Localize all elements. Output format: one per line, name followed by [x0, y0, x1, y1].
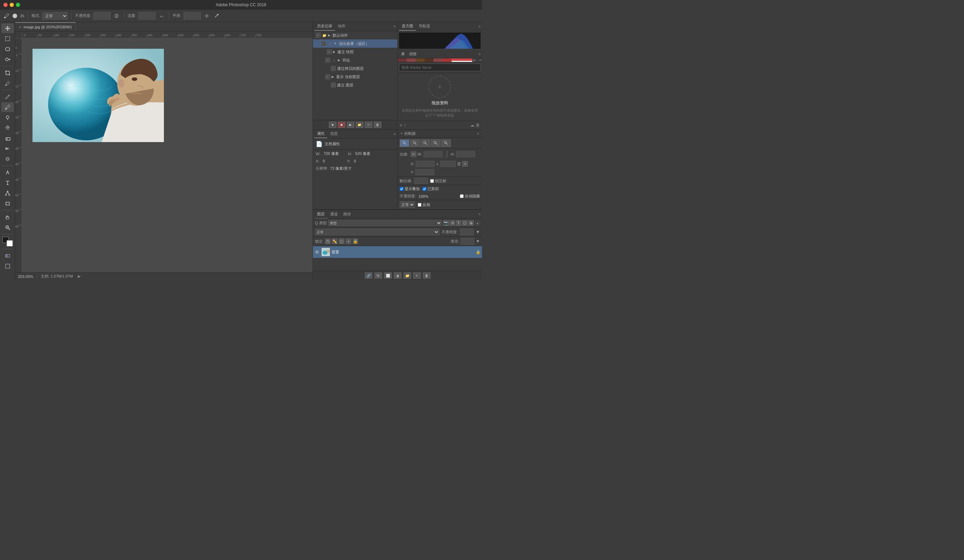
crop-tool[interactable]	[2, 68, 14, 78]
tab-navigator[interactable]: 导航器	[416, 22, 433, 31]
lock-all-btn[interactable]: 🔒	[353, 239, 358, 244]
text-tool[interactable]	[2, 178, 14, 188]
add-mask-btn[interactable]: ⬜	[384, 272, 392, 278]
shape-tool[interactable]	[2, 199, 14, 208]
swatch-5[interactable]	[433, 59, 443, 62]
opacity-toggle-icon[interactable]	[113, 12, 120, 20]
screen-mode[interactable]	[2, 261, 14, 271]
action-checkbox-0[interactable]: ✓	[316, 33, 321, 38]
action-item-default[interactable]: ✓ 📁 ▶ 默认动作	[313, 31, 397, 39]
lock-position-btn[interactable]: +	[346, 239, 351, 244]
delete-action-button[interactable]: 🗑	[374, 122, 381, 128]
swatch-3[interactable]	[415, 59, 425, 62]
lock-frame-checkbox[interactable]	[430, 179, 434, 183]
swatch-view-icons[interactable]: ⊞ ≡	[472, 59, 482, 62]
swatch-active[interactable]	[451, 59, 472, 62]
add-style-btn[interactable]: fx	[375, 272, 382, 278]
tab-channels[interactable]: 通道	[327, 210, 340, 218]
properties-menu-icon[interactable]: ≡	[394, 132, 396, 136]
clipped-checkbox[interactable]	[423, 187, 426, 191]
filter-icon-1[interactable]: 📷	[443, 220, 449, 226]
pen-tool[interactable]	[2, 168, 14, 177]
pen-pressure-icon[interactable]	[213, 12, 220, 20]
action-folder-button[interactable]: 📁	[356, 122, 363, 128]
new-group-btn[interactable]: 📁	[404, 272, 411, 278]
close-button[interactable]	[3, 3, 8, 7]
document-tab[interactable]: ✕ image.jpg @ 203%(RGB/8#)	[15, 22, 76, 31]
layer-row-bg[interactable]: 背景 🔒	[313, 246, 482, 258]
action-item-show-layer[interactable]: ✓ ▶ 显示 当前图层	[313, 73, 397, 81]
clone-w-input[interactable]: 100.0%	[423, 151, 443, 157]
link-layers-btn[interactable]: 🔗	[365, 272, 372, 278]
clone-h-input[interactable]: 100.0%	[456, 151, 475, 157]
new-action-button[interactable]: +	[365, 122, 372, 128]
layers-menu-icon[interactable]: ≡	[479, 212, 480, 216]
action-checkbox-5[interactable]: ✓	[326, 74, 330, 79]
smooth-input[interactable]: 10%	[184, 12, 201, 20]
filter-icon-4[interactable]: ⬡	[462, 220, 467, 226]
action-checkbox-6[interactable]: ✓	[331, 83, 336, 88]
doc-close-icon[interactable]: ✕	[19, 25, 21, 29]
eraser-tool[interactable]	[2, 133, 14, 143]
swatch-1[interactable]	[397, 59, 407, 62]
action-item-fade[interactable]: ✓ □ ▼ 淡出效果（选区）	[313, 39, 397, 48]
tab-info[interactable]: 信息	[327, 130, 340, 138]
trash-icon[interactable]: 🗑	[476, 123, 480, 127]
layer-opacity-input[interactable]: 100%	[460, 228, 474, 235]
new-fill-btn[interactable]: ◑	[394, 272, 401, 278]
stop-button[interactable]: ■	[329, 122, 336, 128]
tab-actions[interactable]: 动作	[335, 22, 348, 31]
color-swatches[interactable]	[2, 237, 13, 246]
quick-mask-mode[interactable]	[2, 251, 14, 260]
clone-src-4[interactable]	[431, 139, 441, 147]
clone-src-5[interactable]	[441, 139, 451, 147]
mode-select[interactable]: 正常 溶解 正片叠底	[42, 12, 68, 20]
reset-angle-button[interactable]: ↺	[462, 161, 468, 167]
background-color[interactable]	[7, 240, 13, 246]
hand-tool[interactable]	[2, 212, 14, 222]
clone-src-1[interactable]	[400, 139, 409, 147]
filter-icon-5[interactable]: ⊛	[468, 220, 474, 226]
record-button[interactable]: ⏺	[338, 122, 345, 128]
tab-adjustments[interactable]: 调整	[407, 50, 419, 58]
zoom-tool[interactable]	[2, 223, 14, 232]
history-brush-tool[interactable]	[2, 123, 14, 133]
fill-arrow[interactable]: ▼	[476, 239, 480, 244]
clone-menu-icon[interactable]: ≡	[477, 132, 479, 135]
tab-paths[interactable]: 路径	[340, 210, 354, 218]
opacity-arrow[interactable]: ▼	[476, 230, 480, 234]
move-tool[interactable]	[2, 23, 14, 33]
quick-select-tool[interactable]	[2, 55, 14, 64]
layer-type-select[interactable]: 类型	[328, 220, 442, 226]
maximize-button[interactable]	[16, 3, 20, 7]
blur-tool[interactable]	[2, 154, 14, 164]
angle-input[interactable]: 0.0	[440, 161, 456, 167]
upload-icon[interactable]: ↑	[404, 122, 406, 128]
clone-src-3[interactable]	[420, 139, 430, 147]
action-item-create-layer[interactable]: ✓ 建立 图层	[313, 81, 397, 89]
action-checkbox-1[interactable]: ✓	[321, 41, 326, 46]
delete-layer-btn[interactable]: 🗑	[423, 272, 430, 278]
flow-toggle-icon[interactable]	[158, 12, 165, 20]
invert-checkbox[interactable]	[418, 203, 422, 207]
new-layer-btn[interactable]: +	[413, 272, 421, 278]
tab-properties[interactable]: 属性	[314, 130, 327, 138]
minimize-button[interactable]	[10, 3, 14, 7]
opacity-input[interactable]: 100%	[93, 12, 111, 20]
swatch-4[interactable]	[425, 59, 433, 62]
filter-icon-2[interactable]: ↺	[449, 220, 455, 226]
tab-library[interactable]: 库	[399, 50, 407, 58]
clone-src-2[interactable]	[410, 139, 420, 147]
brush-tool[interactable]	[2, 102, 14, 112]
filter-icon-T[interactable]: T	[456, 220, 461, 226]
healing-brush-tool[interactable]	[2, 92, 14, 102]
action-checkbox-2[interactable]: ✓	[327, 49, 332, 54]
path-selection-tool[interactable]	[2, 189, 14, 198]
layer-blend-select[interactable]: 正常	[315, 228, 440, 235]
action-item-feather[interactable]: ✓ □ ▶ 羽化	[313, 56, 397, 64]
lock-artboard-btn[interactable]: ⬡	[339, 239, 344, 244]
clone-stamp-tool[interactable]	[2, 113, 14, 122]
traffic-lights[interactable]	[3, 3, 20, 7]
action-checkbox-3[interactable]: ✓	[326, 58, 330, 63]
tab-layers[interactable]: 图层	[314, 210, 327, 218]
